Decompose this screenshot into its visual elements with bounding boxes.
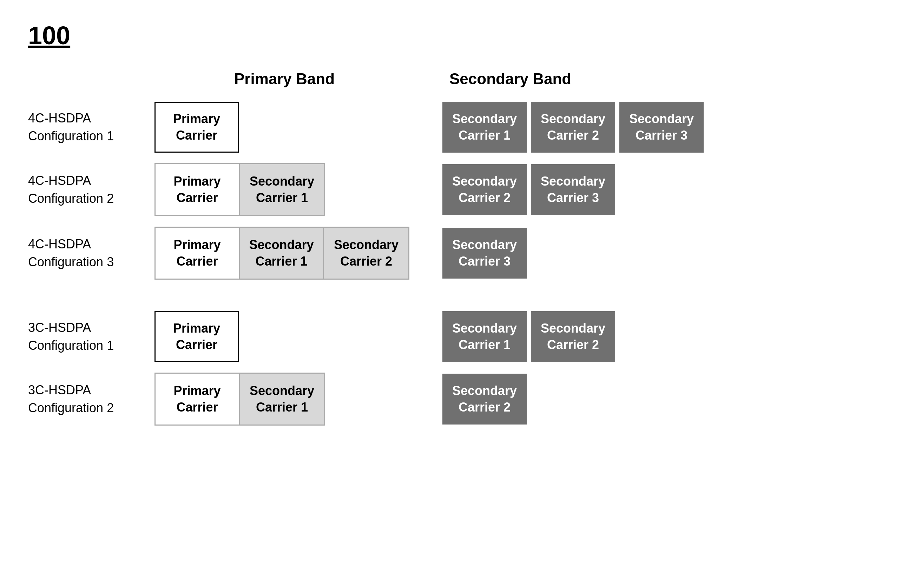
secondary-band-area-3c-config2: SecondaryCarrier 2 [442,374,899,425]
secondary-band-area-4c-config2: SecondaryCarrier 2SecondaryCarrier 3 [442,164,899,215]
row-label-4c-config2: 4C-HSDPAConfiguration 2 [28,172,154,207]
config-row-3c-config2: 3C-HSDPAConfiguration 2PrimaryCarrierSec… [28,373,899,426]
secondary-band-area-4c-config3: SecondaryCarrier 3 [442,228,899,279]
secondary-band-area-3c-config1: SecondaryCarrier 1SecondaryCarrier 2 [442,311,899,362]
primary-band-group-4c-config3: PrimaryCarrierSecondaryCarrier 1Secondar… [154,227,410,279]
row-label-3c-config2: 3C-HSDPAConfiguration 2 [28,381,154,417]
diagram-container: Primary Band Secondary Band 4C-HSDPAConf… [28,70,899,436]
secondary-carrier-3c-config1-0: SecondaryCarrier 1 [442,311,527,362]
primary-secondary-carrier-3c-config2-0: SecondaryCarrier 1 [240,374,324,425]
primary-carrier-4c-config3-0: PrimaryCarrier [155,228,240,279]
primary-band-area-3c-config1: PrimaryCarrier [154,311,400,362]
secondary-carrier-3c-config1-1: SecondaryCarrier 2 [531,311,615,362]
rows-container: 4C-HSDPAConfiguration 1PrimaryCarrierSec… [28,102,899,426]
band-headers: Primary Band Secondary Band [28,70,899,88]
config-row-3c-config1: 3C-HSDPAConfiguration 1PrimaryCarrierSec… [28,311,899,362]
primary-carrier-3c-config2-0: PrimaryCarrier [155,374,240,425]
secondary-carrier-3c-config2-0: SecondaryCarrier 2 [442,374,527,425]
primary-carrier-4c-config2-0: PrimaryCarrier [155,164,240,215]
primary-secondary-carrier-4c-config2-0: SecondaryCarrier 1 [240,164,324,215]
secondary-carrier-4c-config1-1: SecondaryCarrier 2 [531,102,615,153]
config-row-4c-config3: 4C-HSDPAConfiguration 3PrimaryCarrierSec… [28,227,899,279]
config-row-4c-config2: 4C-HSDPAConfiguration 2PrimaryCarrierSec… [28,163,899,216]
row-label-4c-config1: 4C-HSDPAConfiguration 1 [28,110,154,145]
divider-spacer [407,70,449,88]
config-row-4c-config1: 4C-HSDPAConfiguration 1PrimaryCarrierSec… [28,102,899,153]
row-label-3c-config1: 3C-HSDPAConfiguration 1 [28,319,154,354]
primary-band-group-3c-config2: PrimaryCarrierSecondaryCarrier 1 [154,373,325,426]
primary-carrier-4c-config1-0: PrimaryCarrier [154,102,239,153]
primary-band-area-4c-config2: PrimaryCarrierSecondaryCarrier 1 [154,163,400,216]
primary-band-area-3c-config2: PrimaryCarrierSecondaryCarrier 1 [154,373,400,426]
standalone-primary-3c-config1: PrimaryCarrier [154,311,239,362]
primary-band-area-4c-config1: PrimaryCarrier [154,102,400,153]
primary-secondary-carrier-4c-config3-0: SecondaryCarrier 1 [240,228,324,279]
standalone-primary-4c-config1: PrimaryCarrier [154,102,239,153]
secondary-carrier-4c-config1-2: SecondaryCarrier 3 [619,102,704,153]
figure-number: 100 [28,21,70,50]
primary-carrier-3c-config1-0: PrimaryCarrier [154,311,239,362]
secondary-carrier-4c-config3-0: SecondaryCarrier 3 [442,228,527,279]
primary-band-area-4c-config3: PrimaryCarrierSecondaryCarrier 1Secondar… [154,227,400,279]
primary-secondary-carrier-4c-config3-1: SecondaryCarrier 2 [324,228,408,279]
section-gap [28,290,899,311]
secondary-band-area-4c-config1: SecondaryCarrier 1SecondaryCarrier 2Seco… [442,102,899,153]
primary-band-group-4c-config2: PrimaryCarrierSecondaryCarrier 1 [154,163,325,216]
primary-band-header: Primary Band [162,70,407,88]
row-label-4c-config3: 4C-HSDPAConfiguration 3 [28,236,154,271]
secondary-carrier-4c-config2-0: SecondaryCarrier 2 [442,164,527,215]
secondary-carrier-4c-config2-1: SecondaryCarrier 3 [531,164,615,215]
secondary-band-header: Secondary Band [449,70,899,88]
secondary-carrier-4c-config1-0: SecondaryCarrier 1 [442,102,527,153]
